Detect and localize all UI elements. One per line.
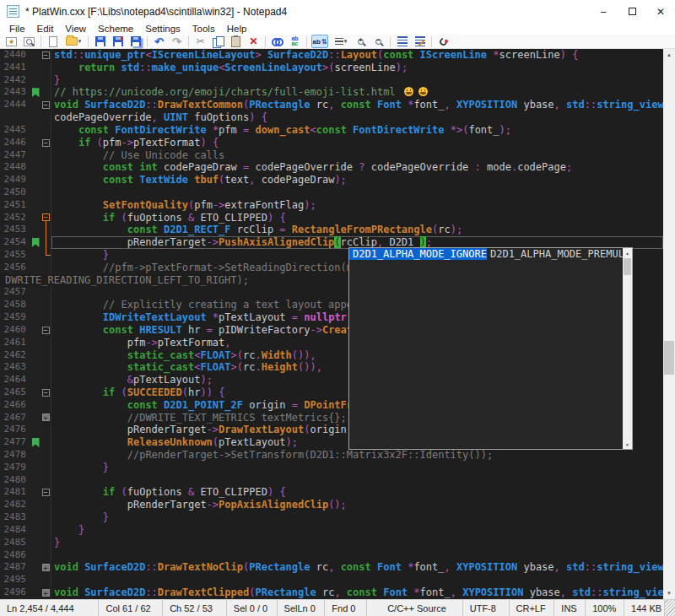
minimize-button[interactable]: – xyxy=(589,0,618,23)
marker-margin[interactable] xyxy=(30,249,40,262)
code-text[interactable]: //pRenderTarget->SetTransform(D2D1::Matr… xyxy=(51,449,663,462)
status-syntax-scheme[interactable]: C/C++ Source xyxy=(381,600,463,616)
code-text[interactable]: // Use Unicode calls xyxy=(51,149,663,162)
code-text[interactable]: if (pfm->pTextFormat) { xyxy=(51,137,663,149)
find-button[interactable] xyxy=(268,35,286,48)
line-number[interactable]: 2465 xyxy=(0,386,30,399)
fold-margin[interactable] xyxy=(40,424,51,436)
code-line-2482[interactable]: 2482 pRenderTarget->PopAxisAlignedClip()… xyxy=(0,499,663,511)
code-text[interactable]: void SurfaceD2D::DrawTextClipped(PRectan… xyxy=(51,586,663,599)
fold-margin[interactable] xyxy=(40,449,51,462)
code-text[interactable]: return std::make_unique<ScreenLineLayout… xyxy=(51,62,663,74)
status-zoom-level[interactable]: 100% xyxy=(586,600,624,616)
status-line-ending[interactable]: CR+LF xyxy=(510,600,555,616)
scroll-up-icon[interactable]: ▲ xyxy=(663,49,675,61)
code-text[interactable]: SetFontQuality(pfm->extraFontFlag); xyxy=(51,199,663,212)
bookmark-marker[interactable] xyxy=(30,236,40,249)
fold-margin[interactable] xyxy=(40,161,51,174)
marker-margin[interactable] xyxy=(30,449,40,462)
zoom-in-button[interactable]: + xyxy=(352,35,370,48)
line-number[interactable]: 2461 xyxy=(0,337,30,349)
line-number[interactable]: 2451 xyxy=(0,199,30,212)
status-selection-count[interactable]: Sel 0 / 0 xyxy=(227,600,278,616)
code-line-2448[interactable]: 2448 const int codePageDraw = codePageOv… xyxy=(0,161,663,174)
line-number[interactable]: 2455 xyxy=(0,249,30,262)
fold-marker[interactable]: − xyxy=(40,324,51,337)
code-line-2443[interactable]: 2443// https://unicode.org/emoji/charts/… xyxy=(0,86,663,99)
fold-margin[interactable] xyxy=(40,462,51,474)
code-line-wrap[interactable]: codePageOverride, UINT fuOptions) { xyxy=(0,111,663,124)
marker-margin[interactable] xyxy=(30,199,40,212)
line-number[interactable]: 2456 xyxy=(0,262,30,274)
line-number[interactable]: 2480 xyxy=(0,474,30,487)
status-column-position[interactable]: Col 61 / 62 xyxy=(99,600,163,616)
menu-item-file[interactable]: File xyxy=(3,24,31,34)
marker-margin[interactable] xyxy=(30,412,40,424)
line-number[interactable]: 2478 xyxy=(0,449,30,462)
line-number[interactable]: 2467 xyxy=(0,412,30,424)
marker-margin[interactable] xyxy=(30,424,40,436)
line-number[interactable]: 2450 xyxy=(0,186,30,199)
marker-margin[interactable] xyxy=(30,299,40,311)
fold-margin[interactable] xyxy=(40,199,51,212)
line-number[interactable]: 2487 xyxy=(0,561,30,574)
menu-item-help[interactable]: Help xyxy=(221,24,253,34)
marker-margin[interactable] xyxy=(30,174,40,186)
open-file-button[interactable]: ▾ xyxy=(62,35,85,48)
code-line-2483[interactable]: 2483 } xyxy=(0,511,663,524)
autocomplete-item[interactable]: D2D1_ALPHA_MODE_IGNORE xyxy=(349,248,487,260)
fold-marker[interactable]: − xyxy=(40,386,51,399)
save-file-button[interactable] xyxy=(91,35,109,48)
code-text[interactable]: // https://unicode.org/emoji/charts/full… xyxy=(51,86,663,99)
line-number[interactable]: 2442 xyxy=(0,74,30,87)
code-line-2441[interactable]: 2441 return std::make_unique<ScreenLineL… xyxy=(0,62,663,74)
marker-margin[interactable] xyxy=(30,574,40,586)
status-insert-mode[interactable]: INS xyxy=(554,600,586,616)
redo-button[interactable]: ↷ xyxy=(168,35,186,48)
line-number[interactable]: 2463 xyxy=(0,361,30,374)
editor-vertical-scrollbar[interactable]: ▲ ▼ xyxy=(663,49,675,599)
marker-margin[interactable] xyxy=(30,486,40,499)
fold-marker[interactable]: + xyxy=(40,561,51,574)
resize-grip[interactable] xyxy=(665,600,675,616)
code-text[interactable]: codePageOverride, UINT fuOptions) { xyxy=(51,111,663,124)
marker-margin[interactable] xyxy=(30,324,40,337)
code-line-2479[interactable]: 2479 } xyxy=(0,462,663,474)
undo-button[interactable]: ↶ xyxy=(150,35,168,48)
line-number[interactable]: 2484 xyxy=(0,524,30,537)
line-number[interactable]: 2444 xyxy=(0,99,30,111)
line-number[interactable]: 2496 xyxy=(0,586,30,599)
line-number[interactable]: 2459 xyxy=(0,311,30,324)
line-number[interactable]: 2482 xyxy=(0,499,30,511)
fold-margin[interactable] xyxy=(40,311,51,324)
code-line-2444[interactable]: 2444−void SurfaceD2D::DrawTextCommon(PRe… xyxy=(0,99,663,111)
fold-margin[interactable] xyxy=(40,74,51,87)
marker-margin[interactable] xyxy=(30,561,40,574)
marker-margin[interactable] xyxy=(30,349,40,362)
fold-marker[interactable]: − xyxy=(40,486,51,499)
code-line-2450[interactable]: 2450 xyxy=(0,186,663,199)
file-browser-button[interactable] xyxy=(20,35,38,48)
code-text[interactable]: } xyxy=(51,511,663,524)
line-number[interactable]: 2481 xyxy=(0,486,30,499)
code-line-2446[interactable]: 2446− if (pfm->pTextFormat) { xyxy=(0,137,663,149)
new-window-star-button[interactable]: ★ xyxy=(3,35,20,48)
fold-margin[interactable] xyxy=(40,337,51,349)
replace-button[interactable]: abac xyxy=(286,35,304,48)
code-text[interactable]: void SurfaceD2D::DrawTextNoClip(PRectang… xyxy=(51,561,663,574)
fold-margin[interactable] xyxy=(40,436,51,449)
line-number[interactable]: 2479 xyxy=(0,462,30,474)
code-line-2452[interactable]: 2452− if (fuOptions & ETO_CLIPPED) { xyxy=(0,212,663,224)
marker-margin[interactable] xyxy=(30,511,40,524)
marker-margin[interactable] xyxy=(30,337,40,349)
delete-button[interactable]: ✕ xyxy=(245,35,262,48)
code-line-2453[interactable]: 2453 const D2D1_RECT_F rcClip = Rectangl… xyxy=(0,224,663,236)
line-number[interactable]: 2466 xyxy=(0,399,30,412)
fold-margin[interactable] xyxy=(40,111,51,124)
line-number[interactable]: 2454 xyxy=(0,236,30,249)
line-number[interactable]: 2445 xyxy=(0,124,30,137)
marker-margin[interactable] xyxy=(30,62,40,74)
code-line-2480[interactable]: 2480 xyxy=(0,474,663,487)
code-text[interactable]: } xyxy=(51,462,663,474)
fold-margin[interactable] xyxy=(40,474,51,487)
